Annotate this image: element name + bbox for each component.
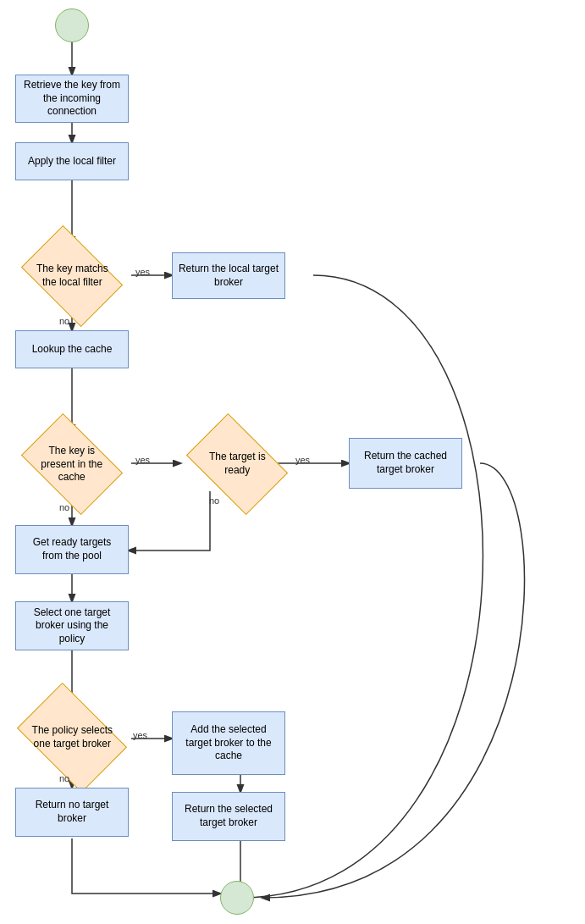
add-to-cache-box: Add the selected target broker to the ca… xyxy=(172,711,285,775)
start-circle xyxy=(55,8,89,42)
key-in-cache-diamond: The key is present in the cache xyxy=(15,432,129,495)
select-one-broker-box: Select one target broker using the polic… xyxy=(15,601,129,650)
yes-label-target-ready: yes xyxy=(295,455,310,465)
flowchart-diagram: Retrieve the key from the incoming conne… xyxy=(0,0,585,924)
yes-label-policy: yes xyxy=(133,730,147,740)
end-circle xyxy=(220,881,254,915)
policy-selects-diamond: The policy selects one target broker xyxy=(15,703,129,772)
apply-filter-box: Apply the local filter xyxy=(15,142,129,180)
lookup-cache-box: Lookup the cache xyxy=(15,330,129,368)
no-label-cache: no xyxy=(59,502,69,512)
return-cached-box: Return the cached target broker xyxy=(349,438,462,489)
return-selected-box: Return the selected target broker xyxy=(172,792,285,841)
yes-label-cache: yes xyxy=(135,455,150,465)
yes-label-key-filter: yes xyxy=(135,267,150,277)
target-ready-diamond: The target is ready xyxy=(180,432,294,495)
no-label-target-ready: no xyxy=(209,495,219,506)
retrieve-key-box: Retrieve the key from the incoming conne… xyxy=(15,75,129,123)
no-label-policy: no xyxy=(59,773,69,783)
no-label-key-filter: no xyxy=(59,316,69,326)
get-ready-targets-box: Get ready targets from the pool xyxy=(15,525,129,574)
key-matches-filter-diamond: The key matchs the local filter xyxy=(15,244,129,307)
return-local-box: Return the local target broker xyxy=(172,252,285,299)
return-no-broker-box: Return no target broker xyxy=(15,788,129,837)
